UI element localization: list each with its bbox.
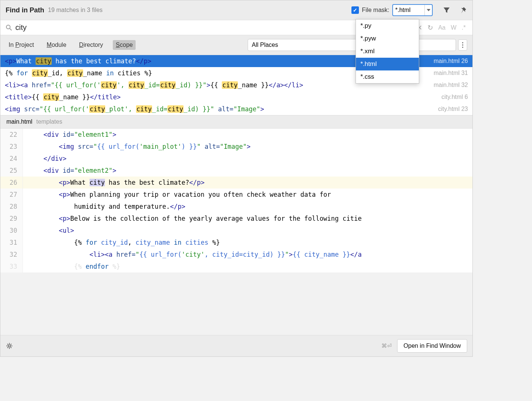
code-line: 32 <li><a href="{{ url_for('city', city_… — [0, 248, 472, 260]
preview-path: templates — [36, 118, 62, 125]
svg-point-4 — [462, 47, 463, 48]
dropdown-item[interactable]: *.css — [356, 70, 419, 83]
dialog-header: Find in Path 19 matches in 3 files ✓ Fil… — [0, 0, 472, 20]
line-number: 31 — [0, 236, 23, 248]
code-line: 29 <p>Below is the collection of the yea… — [0, 212, 472, 224]
result-file: main.html 32 — [433, 82, 468, 88]
code-content: {% endfor %} — [23, 260, 472, 272]
code-line: 28 humidity and temperature.</p> — [0, 200, 472, 212]
scope-tab-in-project[interactable]: In Project — [6, 40, 37, 50]
code-content: </div> — [23, 153, 472, 165]
gear-icon[interactable] — [6, 342, 13, 350]
result-file: city.html 6 — [441, 94, 468, 100]
line-number: 25 — [0, 165, 23, 177]
code-content: humidity and temperature.</p> — [23, 200, 472, 212]
code-line: 25 <div id="element2"> — [0, 165, 472, 177]
code-content: {% for city_id, city_name in cities %} — [23, 236, 472, 248]
code-content: <ul> — [23, 224, 472, 236]
preview-header: main.html templates — [0, 115, 472, 129]
code-line: 27 <p>When planning your trip or vacatio… — [0, 189, 472, 200]
file-mask-dropdown-toggle[interactable] — [424, 5, 432, 15]
regex-toggle[interactable]: .* — [462, 24, 466, 31]
redo-search-icon[interactable]: ↻ — [427, 24, 433, 32]
result-file: city.html 23 — [438, 106, 468, 112]
code-line: 22 <div id="element1"> — [0, 129, 472, 141]
code-line: 31 {% for city_id, city_name in cities %… — [0, 236, 472, 248]
dropdown-item[interactable]: *.xml — [356, 45, 419, 58]
places-value: All Places — [252, 42, 278, 48]
code-line: 30 <ul> — [0, 224, 472, 236]
svg-point-5 — [8, 345, 10, 347]
svg-line-1 — [10, 28, 12, 30]
scope-tabs: In ProjectModuleDirectoryScope — [6, 40, 136, 50]
line-number: 24 — [0, 153, 23, 165]
match-case-toggle[interactable]: Aa — [438, 24, 446, 31]
scope-tab-directory[interactable]: Directory — [76, 40, 106, 50]
scope-tab-module[interactable]: Module — [44, 40, 69, 50]
file-mask-dropdown: *.py*.pyw*.xml*.html*.css — [356, 19, 419, 84]
result-file: main.html 31 — [433, 70, 468, 76]
shortcut-hint: ⌘⏎ — [381, 343, 392, 349]
file-mask-label: File mask: — [362, 7, 389, 13]
line-number: 32 — [0, 248, 23, 260]
code-line: 33 {% endfor %} — [0, 260, 472, 272]
dropdown-item[interactable]: *.html — [356, 58, 419, 70]
code-content: <li><a href="{{ url_for('city', city_id=… — [23, 248, 472, 260]
svg-point-3 — [462, 45, 463, 46]
pin-icon[interactable] — [459, 6, 467, 14]
svg-point-2 — [462, 42, 463, 43]
places-select[interactable]: All Places — [248, 39, 456, 51]
file-mask-checkbox[interactable]: ✓ — [351, 6, 359, 14]
line-number: 29 — [0, 212, 23, 224]
code-content: <div id="element1"> — [23, 129, 472, 141]
whole-word-toggle[interactable]: W — [451, 24, 456, 31]
open-in-find-window-button[interactable]: Open in Find Window — [397, 339, 467, 353]
search-icon — [6, 24, 12, 31]
file-mask-input[interactable] — [393, 6, 424, 14]
code-content: <img src="{{ url_for('main_plot') }}" al… — [23, 141, 472, 153]
svg-point-0 — [6, 25, 10, 29]
code-line: 23 <img src="{{ url_for('main_plot') }}"… — [0, 141, 472, 153]
code-line: 26 <p>What city has the best climate?</p… — [0, 177, 472, 189]
match-count: 19 matches in 3 files — [48, 7, 103, 13]
result-text: <title>{{ city_name }}</title> — [5, 93, 438, 101]
filter-icon[interactable] — [442, 6, 451, 14]
line-number: 26 — [0, 177, 23, 189]
line-number: 27 — [0, 189, 23, 200]
result-row[interactable]: <title>{{ city_name }}</title>city.html … — [0, 91, 472, 103]
line-number: 23 — [0, 141, 23, 153]
code-content: <p>What city has the best climate?</p> — [23, 177, 472, 189]
preview-file: main.html — [6, 118, 32, 125]
dropdown-item[interactable]: *.py — [356, 19, 419, 32]
line-number: 28 — [0, 200, 23, 212]
code-content: <div id="element2"> — [23, 165, 472, 177]
result-text: <img src="{{ url_for('city_plot', city_i… — [5, 105, 434, 113]
result-file: main.html 26 — [433, 58, 468, 64]
dialog-footer: ⌘⏎ Open in Find Window — [0, 335, 472, 356]
code-preview[interactable]: 22 <div id="element1">23 <img src="{{ ur… — [0, 129, 472, 272]
line-number: 30 — [0, 224, 23, 236]
code-content: <p>When planning your trip or vacation y… — [23, 189, 472, 200]
line-number: 33 — [0, 260, 23, 272]
code-content: <p>Below is the collection of the yearly… — [23, 212, 472, 224]
scope-tab-scope[interactable]: Scope — [113, 40, 136, 50]
code-line: 24 </div> — [0, 153, 472, 165]
result-row[interactable]: <img src="{{ url_for('city_plot', city_i… — [0, 103, 472, 115]
dropdown-item[interactable]: *.pyw — [356, 32, 419, 45]
places-more-button[interactable] — [458, 39, 467, 51]
line-number: 22 — [0, 129, 23, 141]
dialog-title: Find in Path — [6, 6, 44, 14]
file-mask-combo[interactable] — [392, 4, 433, 16]
